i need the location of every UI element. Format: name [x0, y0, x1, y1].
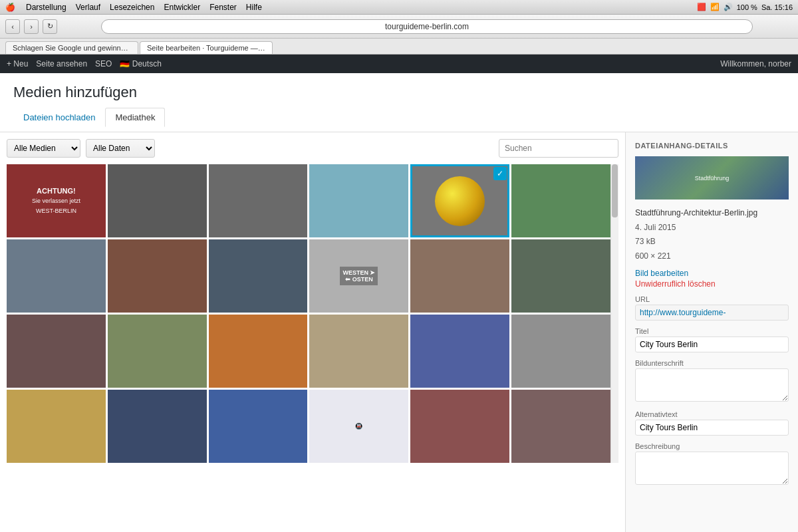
media-item[interactable] — [7, 315, 106, 388]
forward-button[interactable]: › — [24, 19, 39, 34]
title-input[interactable] — [635, 336, 789, 352]
wp-new-link[interactable]: + Neu — [7, 59, 28, 68]
volume-icon: 🔊 — [724, 3, 733, 11]
desc-field-group: Beschreibung — [635, 442, 789, 487]
search-input[interactable] — [499, 139, 618, 158]
battery-label: 100 % — [737, 3, 757, 11]
media-item[interactable] — [511, 315, 610, 388]
wifi-icon: 📶 — [710, 3, 720, 11]
content-header: Medien hinzufügen Dateien hochladen Medi… — [0, 73, 798, 132]
alt-input[interactable] — [635, 420, 789, 436]
media-item[interactable] — [309, 315, 408, 388]
caption-label: Bildunterschrift — [635, 359, 789, 367]
page-title: Medien hinzufügen — [13, 84, 785, 101]
refresh-button[interactable]: ↻ — [43, 19, 57, 34]
filter-media-type[interactable]: Alle Medien — [7, 139, 80, 158]
tab-wordpress[interactable]: Seite bearbeiten · Tourguideme — WordPre… — [140, 41, 273, 54]
media-item[interactable] — [209, 390, 308, 463]
filename: Stadtführung-Architektur-Berlin.jpg — [635, 206, 789, 221]
title-field-group: Titel — [635, 327, 789, 352]
url-label: URL — [635, 295, 789, 303]
check-icon: ✓ — [493, 167, 507, 180]
file-dimensions: 600 × 221 — [635, 249, 789, 264]
menu-items: Darstellung Verlauf Lesezeichen Entwickl… — [26, 3, 262, 12]
menu-hilfe[interactable]: Hilfe — [246, 3, 262, 12]
media-item[interactable]: WESTEN ➤⬅ OSTEN — [309, 239, 408, 313]
tab-udemy[interactable]: Schlagen Sie Google und gewinnen Neukund… — [5, 41, 138, 54]
content-body: Alle Medien Alle Daten ACHTUNG!Sie verla… — [0, 132, 798, 532]
edit-image-link[interactable]: Bild bearbeiten — [635, 269, 789, 278]
scrollbar-thumb[interactable] — [612, 164, 618, 217]
media-item[interactable] — [410, 315, 509, 388]
media-grid: ACHTUNG!Sie verlassen jetztWEST-BERLIN✓W… — [7, 164, 610, 463]
alt-label: Alternativtext — [635, 410, 789, 418]
wp-welcome: Willkommen, norber — [720, 59, 791, 68]
filter-bar: Alle Medien Alle Daten — [7, 139, 618, 158]
media-tabs: Dateien hochladen Mediathek — [13, 108, 785, 127]
menu-lesezeichen[interactable]: Lesezeichen — [110, 3, 154, 12]
media-item[interactable] — [410, 239, 509, 313]
detail-panel: DATEIANHANG-DETAILS Stadtführung Stadtfü… — [625, 132, 798, 532]
scrollbar-track[interactable] — [610, 164, 618, 463]
back-button[interactable]: ‹ — [5, 19, 20, 34]
mac-status-bar: 🟥 📶 🔊 100 % Sa. 15:16 — [697, 3, 793, 11]
menu-entwickler[interactable]: Entwickler — [164, 3, 200, 12]
filter-date[interactable]: Alle Daten — [86, 139, 155, 158]
menu-verlauf[interactable]: Verlauf — [76, 3, 100, 12]
caption-field-group: Bildunterschrift — [635, 359, 789, 404]
media-item[interactable] — [7, 239, 106, 313]
wp-admin-bar: + Neu Seite ansehen SEO 🇩🇪 Deutsch Willk… — [0, 55, 798, 73]
media-item[interactable] — [108, 315, 207, 388]
wp-seo-link[interactable]: SEO — [95, 59, 112, 68]
browser-tab-bar: Schlagen Sie Google und gewinnen Neukund… — [0, 39, 798, 55]
delete-image-link[interactable]: Unwiderruflich löschen — [635, 279, 789, 289]
desc-input[interactable] — [635, 452, 789, 485]
tab-upload[interactable]: Dateien hochladen — [13, 108, 105, 127]
title-label: Titel — [635, 327, 789, 335]
media-item[interactable] — [511, 239, 610, 313]
tab-library[interactable]: Mediathek — [105, 108, 165, 127]
media-item[interactable] — [511, 164, 610, 237]
caption-input[interactable] — [635, 368, 789, 402]
wp-lang-link[interactable]: 🇩🇪 Deutsch — [120, 59, 161, 68]
file-size: 73 kB — [635, 235, 789, 249]
apple-menu[interactable]: 🍎 — [5, 3, 15, 12]
flag-icon: 🟥 — [697, 3, 706, 11]
media-item[interactable]: ✓ — [410, 164, 509, 237]
media-item[interactable] — [511, 390, 610, 463]
detail-section-title: DATEIANHANG-DETAILS — [635, 142, 789, 150]
url-bar[interactable]: tourguideme-berlin.com — [101, 19, 753, 34]
url-field-group: URL — [635, 295, 789, 321]
media-item[interactable] — [309, 164, 408, 237]
media-item[interactable]: ACHTUNG!Sie verlassen jetztWEST-BERLIN — [7, 164, 106, 237]
wp-view-link[interactable]: Seite ansehen — [36, 59, 87, 68]
media-item[interactable] — [7, 390, 106, 463]
media-item[interactable] — [209, 164, 308, 237]
main-content: Medien hinzufügen Dateien hochladen Medi… — [0, 73, 798, 532]
file-info: Stadtführung-Architektur-Berlin.jpg 4. J… — [635, 206, 789, 263]
media-item[interactable] — [108, 164, 207, 237]
menu-fenster[interactable]: Fenster — [209, 3, 237, 12]
mac-menubar: 🍎 Darstellung Verlauf Lesezeichen Entwic… — [0, 0, 798, 15]
url-text: tourguideme-berlin.com — [385, 22, 469, 31]
media-item[interactable] — [410, 390, 509, 463]
media-item[interactable] — [209, 239, 308, 313]
alt-field-group: Alternativtext — [635, 410, 789, 436]
media-item[interactable] — [209, 315, 308, 388]
media-item[interactable]: 🚇 — [309, 390, 408, 463]
desc-label: Beschreibung — [635, 442, 789, 450]
media-item[interactable] — [108, 390, 207, 463]
media-grid-area: Alle Medien Alle Daten ACHTUNG!Sie verla… — [0, 132, 625, 532]
menu-darstellung[interactable]: Darstellung — [26, 3, 66, 12]
media-item[interactable] — [108, 239, 207, 313]
url-input[interactable] — [635, 305, 789, 321]
file-date: 4. Juli 2015 — [635, 221, 789, 235]
browser-toolbar: ‹ › ↻ tourguideme-berlin.com — [0, 15, 798, 39]
time-label: Sa. 15:16 — [761, 3, 793, 11]
detail-thumbnail: Stadtführung — [635, 156, 789, 200]
grid-scroll: ACHTUNG!Sie verlassen jetztWEST-BERLIN✓W… — [7, 164, 618, 463]
